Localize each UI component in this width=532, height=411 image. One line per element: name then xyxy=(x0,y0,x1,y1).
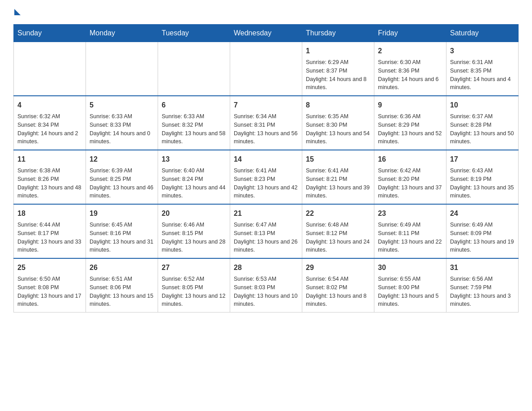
calendar-cell: 16Sunrise: 6:42 AM Sunset: 8:20 PM Dayli… xyxy=(374,150,446,204)
calendar-cell: 11Sunrise: 6:38 AM Sunset: 8:26 PM Dayli… xyxy=(14,150,86,204)
day-number: 13 xyxy=(162,154,226,165)
calendar-cell: 21Sunrise: 6:47 AM Sunset: 8:13 PM Dayli… xyxy=(230,204,302,258)
day-info: Sunrise: 6:50 AM Sunset: 8:08 PM Dayligh… xyxy=(17,275,82,308)
day-info: Sunrise: 6:32 AM Sunset: 8:34 PM Dayligh… xyxy=(17,112,82,146)
day-number: 11 xyxy=(17,154,82,165)
calendar-cell: 27Sunrise: 6:52 AM Sunset: 8:05 PM Dayli… xyxy=(158,258,230,313)
day-number: 8 xyxy=(306,100,370,111)
calendar-cell: 6Sunrise: 6:33 AM Sunset: 8:32 PM Daylig… xyxy=(158,96,230,150)
day-info: Sunrise: 6:29 AM Sunset: 8:37 PM Dayligh… xyxy=(306,58,370,92)
day-info: Sunrise: 6:49 AM Sunset: 8:11 PM Dayligh… xyxy=(378,221,442,254)
calendar-cell: 17Sunrise: 6:43 AM Sunset: 8:19 PM Dayli… xyxy=(446,150,519,204)
day-info: Sunrise: 6:40 AM Sunset: 8:24 PM Dayligh… xyxy=(162,167,226,200)
day-info: Sunrise: 6:46 AM Sunset: 8:15 PM Dayligh… xyxy=(162,221,226,254)
calendar-cell: 1Sunrise: 6:29 AM Sunset: 8:37 PM Daylig… xyxy=(302,42,374,96)
calendar-cell: 25Sunrise: 6:50 AM Sunset: 8:08 PM Dayli… xyxy=(14,258,86,313)
calendar-cell: 8Sunrise: 6:35 AM Sunset: 8:30 PM Daylig… xyxy=(302,96,374,150)
calendar-cell: 5Sunrise: 6:33 AM Sunset: 8:33 PM Daylig… xyxy=(86,96,158,150)
weekday-header-tuesday: Tuesday xyxy=(158,25,230,42)
calendar-cell: 29Sunrise: 6:54 AM Sunset: 8:02 PM Dayli… xyxy=(302,258,374,313)
calendar-cell: 14Sunrise: 6:41 AM Sunset: 8:23 PM Dayli… xyxy=(230,150,302,204)
day-info: Sunrise: 6:39 AM Sunset: 8:25 PM Dayligh… xyxy=(90,167,154,200)
day-number: 12 xyxy=(90,154,154,165)
day-info: Sunrise: 6:33 AM Sunset: 8:32 PM Dayligh… xyxy=(162,112,226,146)
day-info: Sunrise: 6:54 AM Sunset: 8:02 PM Dayligh… xyxy=(306,275,370,308)
weekday-header-friday: Friday xyxy=(374,25,446,42)
day-number: 27 xyxy=(162,262,226,273)
calendar-cell: 13Sunrise: 6:40 AM Sunset: 8:24 PM Dayli… xyxy=(158,150,230,204)
calendar-cell: 19Sunrise: 6:45 AM Sunset: 8:16 PM Dayli… xyxy=(86,204,158,258)
logo xyxy=(13,9,21,15)
day-number: 10 xyxy=(450,100,515,111)
day-info: Sunrise: 6:36 AM Sunset: 8:29 PM Dayligh… xyxy=(378,112,442,146)
calendar-cell: 10Sunrise: 6:37 AM Sunset: 8:28 PM Dayli… xyxy=(446,96,519,150)
day-number: 17 xyxy=(450,154,515,165)
weekday-header-monday: Monday xyxy=(86,25,158,42)
day-number: 30 xyxy=(378,262,442,273)
day-number: 20 xyxy=(162,208,226,219)
day-info: Sunrise: 6:31 AM Sunset: 8:35 PM Dayligh… xyxy=(450,58,515,92)
week-row-4: 18Sunrise: 6:44 AM Sunset: 8:17 PM Dayli… xyxy=(14,204,519,258)
day-number: 7 xyxy=(234,100,298,111)
week-row-3: 11Sunrise: 6:38 AM Sunset: 8:26 PM Dayli… xyxy=(14,150,519,204)
calendar-cell xyxy=(86,42,158,96)
calendar-cell xyxy=(158,42,230,96)
calendar-cell xyxy=(230,42,302,96)
calendar-cell: 31Sunrise: 6:56 AM Sunset: 7:59 PM Dayli… xyxy=(446,258,519,313)
weekday-header-row: SundayMondayTuesdayWednesdayThursdayFrid… xyxy=(14,25,519,42)
calendar-cell: 20Sunrise: 6:46 AM Sunset: 8:15 PM Dayli… xyxy=(158,204,230,258)
calendar-cell: 30Sunrise: 6:55 AM Sunset: 8:00 PM Dayli… xyxy=(374,258,446,313)
day-number: 29 xyxy=(306,262,370,273)
day-number: 1 xyxy=(306,46,370,56)
calendar-cell: 18Sunrise: 6:44 AM Sunset: 8:17 PM Dayli… xyxy=(14,204,86,258)
day-info: Sunrise: 6:48 AM Sunset: 8:12 PM Dayligh… xyxy=(306,221,370,254)
day-number: 19 xyxy=(90,208,154,219)
weekday-header-wednesday: Wednesday xyxy=(230,25,302,42)
weekday-header-sunday: Sunday xyxy=(14,25,86,42)
day-info: Sunrise: 6:49 AM Sunset: 8:09 PM Dayligh… xyxy=(450,221,515,254)
day-info: Sunrise: 6:42 AM Sunset: 8:20 PM Dayligh… xyxy=(378,167,442,200)
day-number: 15 xyxy=(306,154,370,165)
day-info: Sunrise: 6:41 AM Sunset: 8:21 PM Dayligh… xyxy=(306,167,370,200)
calendar-cell: 7Sunrise: 6:34 AM Sunset: 8:31 PM Daylig… xyxy=(230,96,302,150)
day-number: 14 xyxy=(234,154,298,165)
day-number: 31 xyxy=(450,262,515,273)
day-number: 6 xyxy=(162,100,226,111)
day-info: Sunrise: 6:37 AM Sunset: 8:28 PM Dayligh… xyxy=(450,112,515,146)
day-number: 9 xyxy=(378,100,442,111)
day-number: 18 xyxy=(17,208,82,219)
calendar-table: SundayMondayTuesdayWednesdayThursdayFrid… xyxy=(13,24,519,313)
calendar-cell xyxy=(14,42,86,96)
day-info: Sunrise: 6:33 AM Sunset: 8:33 PM Dayligh… xyxy=(90,112,154,146)
day-info: Sunrise: 6:35 AM Sunset: 8:30 PM Dayligh… xyxy=(306,112,370,146)
day-number: 24 xyxy=(450,208,515,219)
calendar-cell: 4Sunrise: 6:32 AM Sunset: 8:34 PM Daylig… xyxy=(14,96,86,150)
week-row-2: 4Sunrise: 6:32 AM Sunset: 8:34 PM Daylig… xyxy=(14,96,519,150)
day-number: 5 xyxy=(90,100,154,111)
day-number: 4 xyxy=(17,100,82,111)
week-row-5: 25Sunrise: 6:50 AM Sunset: 8:08 PM Dayli… xyxy=(14,258,519,313)
calendar-cell: 9Sunrise: 6:36 AM Sunset: 8:29 PM Daylig… xyxy=(374,96,446,150)
day-info: Sunrise: 6:34 AM Sunset: 8:31 PM Dayligh… xyxy=(234,112,298,146)
day-info: Sunrise: 6:53 AM Sunset: 8:03 PM Dayligh… xyxy=(234,275,298,308)
day-info: Sunrise: 6:52 AM Sunset: 8:05 PM Dayligh… xyxy=(162,275,226,308)
day-info: Sunrise: 6:47 AM Sunset: 8:13 PM Dayligh… xyxy=(234,221,298,254)
day-number: 28 xyxy=(234,262,298,273)
calendar-cell: 23Sunrise: 6:49 AM Sunset: 8:11 PM Dayli… xyxy=(374,204,446,258)
calendar-cell: 15Sunrise: 6:41 AM Sunset: 8:21 PM Dayli… xyxy=(302,150,374,204)
calendar-cell: 2Sunrise: 6:30 AM Sunset: 8:36 PM Daylig… xyxy=(374,42,446,96)
calendar-cell: 28Sunrise: 6:53 AM Sunset: 8:03 PM Dayli… xyxy=(230,258,302,313)
weekday-header-saturday: Saturday xyxy=(446,25,519,42)
day-number: 22 xyxy=(306,208,370,219)
week-row-1: 1Sunrise: 6:29 AM Sunset: 8:37 PM Daylig… xyxy=(14,42,519,96)
day-number: 25 xyxy=(17,262,82,273)
calendar-cell: 22Sunrise: 6:48 AM Sunset: 8:12 PM Dayli… xyxy=(302,204,374,258)
day-number: 23 xyxy=(378,208,442,219)
calendar-cell: 26Sunrise: 6:51 AM Sunset: 8:06 PM Dayli… xyxy=(86,258,158,313)
logo-triangle-icon xyxy=(14,9,21,15)
calendar-cell: 24Sunrise: 6:49 AM Sunset: 8:09 PM Dayli… xyxy=(446,204,519,258)
day-info: Sunrise: 6:38 AM Sunset: 8:26 PM Dayligh… xyxy=(17,167,82,200)
day-info: Sunrise: 6:51 AM Sunset: 8:06 PM Dayligh… xyxy=(90,275,154,308)
day-number: 26 xyxy=(90,262,154,273)
day-number: 3 xyxy=(450,46,515,56)
